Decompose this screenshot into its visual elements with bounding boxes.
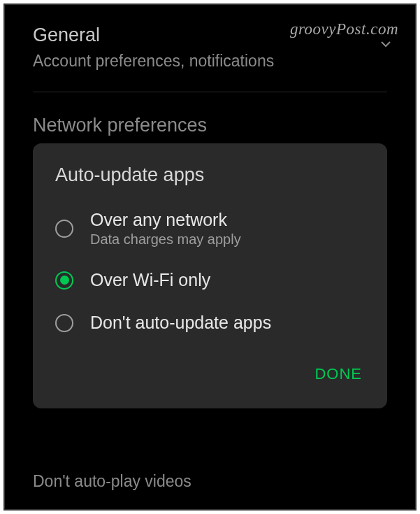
option-dont-auto-update[interactable]: Don't auto-update apps xyxy=(33,301,387,344)
done-button[interactable]: DONE xyxy=(312,359,365,389)
divider xyxy=(33,92,387,92)
option-text: Over Wi-Fi only xyxy=(90,270,365,290)
dialog-actions: DONE xyxy=(33,344,387,400)
radio-selected-icon xyxy=(55,271,73,290)
radio-unselected-icon xyxy=(55,220,73,238)
section-title-network: Network preferences xyxy=(33,115,387,136)
option-over-wifi-only[interactable]: Over Wi-Fi only xyxy=(33,259,387,301)
option-text: Over any network Data charges may apply xyxy=(90,210,365,248)
watermark: groovyPost.com xyxy=(290,20,398,38)
option-over-any-network[interactable]: Over any network Data charges may apply xyxy=(33,199,387,259)
auto-update-dialog: Auto-update apps Over any network Data c… xyxy=(33,143,387,408)
option-label: Over Wi-Fi only xyxy=(90,270,365,290)
option-sublabel: Data charges may apply xyxy=(90,231,365,248)
option-label: Over any network xyxy=(90,210,365,230)
section-subtitle: Account preferences, notifications xyxy=(33,52,387,71)
autoplay-setting-text: Don't auto-play videos xyxy=(33,472,191,491)
option-label: Don't auto-update apps xyxy=(90,313,365,333)
radio-unselected-icon xyxy=(55,314,73,332)
phone-screen: General Account preferences, notificatio… xyxy=(3,3,417,511)
radio-inner-dot xyxy=(60,276,69,285)
dialog-title: Auto-update apps xyxy=(33,164,387,199)
option-text: Don't auto-update apps xyxy=(90,313,365,333)
